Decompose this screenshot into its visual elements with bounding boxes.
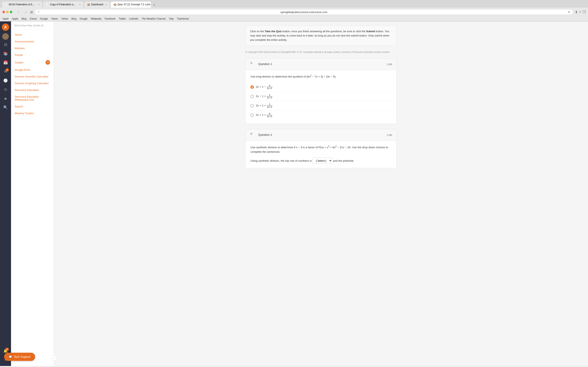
question-2-partial: Using synthetic division, the top row of… — [251, 158, 391, 164]
content-inner: Click on the Take the Quiz button; once … — [241, 21, 401, 177]
choice-text-q1a: 2x + 1 − 83x−5 — [256, 84, 273, 90]
bookmark-yahoo2[interactable]: Yahoo — [61, 17, 68, 20]
close-window-button[interactable] — [2, 11, 5, 13]
notifications-badge: 10 — [6, 348, 9, 351]
bookmark-yahoo1[interactable]: Yahoo — [51, 17, 58, 20]
answer-choice-q1d[interactable]: 2x + 1 + 83x−5 — [251, 110, 391, 120]
question-2-card: ⚑ Question 2 1 pts Use synthetic divisio… — [245, 129, 397, 168]
sidebar-icon-dashboard[interactable]: ⊟ — [1, 41, 9, 49]
bookmark-apple1[interactable]: Apple — [2, 17, 9, 20]
bookmark-facebook[interactable]: Facebook — [105, 17, 116, 20]
tab-label: 08.04 Federalism & Education — [9, 3, 36, 6]
question-2-label: Question 2 — [258, 133, 272, 136]
bookmark-bing1[interactable]: Bing — [21, 17, 26, 20]
radio-q1d[interactable] — [251, 114, 254, 117]
tab-close-venn[interactable]: ✕ — [79, 3, 81, 6]
back-button[interactable]: ‹ — [16, 9, 21, 15]
canvas-sidebar: A ⊟ 📚 📅 ✉ 1 🕐 ⊙ ◈ 🔍 🔔 10 ✦ — [0, 21, 11, 366]
bookmark-weather-channel[interactable]: The Weather Channel — [142, 17, 165, 20]
tab-close-dashboard[interactable]: ✕ — [105, 3, 107, 6]
bookmark-google1[interactable]: Google — [40, 17, 48, 20]
radio-q1b[interactable] — [251, 95, 254, 98]
nav-label-announcements: Announcements — [15, 40, 34, 43]
tab-venn[interactable]: 📄 Copy of Federalism and Education Venn … — [43, 1, 84, 8]
sidebar-icon-inbox[interactable]: ✉ 1 — [1, 67, 9, 76]
question-1-label: Question 1 — [258, 62, 272, 66]
sidebar-icon-search[interactable]: 🔍 — [1, 103, 9, 111]
nav-item-modules[interactable]: Modules — [11, 45, 54, 52]
new-tab-button[interactable]: + — [152, 2, 157, 8]
radio-q1a[interactable] — [251, 85, 254, 89]
nav-label-grades: Grades — [15, 61, 24, 64]
sidebar-icon-calendar[interactable]: 📅 — [1, 58, 9, 67]
windows-button[interactable]: ❐ — [583, 10, 586, 14]
flag-icon-q2[interactable]: ⚑ — [250, 132, 255, 138]
minimize-window-button[interactable] — [6, 11, 9, 13]
bookmark-linkedin[interactable]: LinkedIn — [129, 17, 138, 20]
canvas-logo[interactable]: A — [2, 24, 9, 31]
nav-label-home: Home — [15, 33, 22, 36]
bookmark-google2[interactable]: Google — [80, 17, 87, 20]
address-bar[interactable]: 🛡 springfieldpublicschools.instructure.c… — [35, 9, 573, 15]
tab-close[interactable]: ✕ — [38, 3, 39, 6]
grades-badge: 54 — [45, 60, 50, 65]
flag-icon-q1[interactable]: ⚑ — [250, 61, 255, 67]
bookmark-apple2[interactable]: Apple — [12, 17, 18, 20]
instructions-text: Click on the Take the Quiz button; once … — [250, 30, 389, 42]
reload-button[interactable]: ↻ — [568, 10, 570, 14]
forward-button[interactable]: › — [23, 9, 29, 15]
browser-actions: ⬆ + ❐ — [575, 10, 586, 14]
question-1-header: ⚑ Question 1 1 pts — [246, 58, 396, 70]
nav-item-google-drive[interactable]: Google Drive — [11, 67, 54, 73]
nav-item-discovery-education[interactable]: Discovery Education — [11, 87, 54, 93]
nav-item-discovery-whiteboard[interactable]: Discovery Education Whiteboard Tool — [11, 93, 54, 103]
nav-label-google-drive: Google Drive — [15, 68, 30, 71]
tab-quiz-active[interactable]: 🏫 Quiz: 07.21 Concept 7.2: Let's Practic… — [111, 1, 151, 8]
nav-item-people[interactable]: People — [11, 52, 54, 58]
bookmark-wikipedia[interactable]: Wikipedia — [91, 17, 102, 20]
tab-dashboard[interactable]: 🏫 Dashboard ✕ — [84, 1, 110, 8]
answer-choice-q1a[interactable]: 2x + 1 − 83x−5 — [251, 82, 391, 92]
bookmark-tripadvisor[interactable]: TripAdvisor — [177, 17, 189, 20]
avatar[interactable] — [2, 33, 9, 40]
answer-choice-q1c[interactable]: 2x + 1 + 23x−5 — [251, 101, 391, 110]
collapse-icon: → — [53, 357, 55, 359]
grid-icon[interactable]: ⊞ — [30, 10, 33, 14]
nav-item-announcements[interactable]: Announcements — [11, 38, 54, 45]
collapse-sidebar-button[interactable]: → — [51, 355, 57, 361]
nav-item-search[interactable]: Search — [11, 103, 54, 110]
sidebar-icon-history[interactable]: 🕐 — [1, 76, 9, 85]
q2-partial-text2: and the potential — [333, 159, 354, 162]
nav-item-home[interactable]: Home — [11, 31, 54, 38]
bookmark-icloud[interactable]: iCloud — [30, 17, 36, 20]
tech-support-button[interactable]: 💬 Tech Support — [4, 353, 35, 361]
sidebar-icon-studio[interactable]: ◈ — [1, 94, 9, 103]
nav-item-mastery-tracker[interactable]: Mastery Tracker — [11, 110, 54, 117]
nav-item-desmos-graphing[interactable]: Desmos Graphing Calculator — [11, 80, 54, 87]
nav-label-modules: Modules — [15, 47, 25, 50]
tech-support-icon: 💬 — [9, 355, 12, 359]
nav-item-desmos-scientific[interactable]: Desmos Scientific Calculator — [11, 73, 54, 80]
sidebar-icon-courses[interactable]: 📚 — [1, 50, 9, 58]
nav-label-people: People — [15, 53, 23, 57]
answer-choice-q1b[interactable]: 2x − 1 + 23x−5 — [251, 92, 391, 101]
bookmark-bing2[interactable]: Bing — [71, 17, 76, 20]
bookmark-yelp[interactable]: Yelp — [169, 17, 173, 20]
tab-label-dashboard: Dashboard — [91, 3, 103, 6]
tab-favicon-venn: 📄 — [46, 3, 49, 6]
q2-dropdown[interactable]: [ Select ] — [312, 158, 332, 164]
question-1-pts: 1 pts — [387, 63, 392, 66]
new-tab-icon-button[interactable]: + — [579, 10, 581, 14]
question-2-pts: 1 pts — [387, 133, 392, 136]
sidebar-icon-commons[interactable]: ⊙ — [1, 85, 9, 94]
bookmark-twitter[interactable]: Twitter — [119, 17, 126, 20]
share-button[interactable]: ⬆ — [575, 10, 578, 14]
choice-text-q1b: 2x − 1 + 23x−5 — [256, 94, 273, 99]
radio-q1c[interactable] — [251, 104, 254, 108]
maximize-window-button[interactable] — [10, 11, 12, 13]
nav-item-grades[interactable]: Grades 54 — [11, 58, 54, 67]
shield-icon: 🛡 — [38, 11, 40, 13]
tab-federalism[interactable]: 📄 08.04 Federalism & Education ✕ — [2, 1, 43, 8]
tech-support-label: Tech Support — [14, 355, 31, 359]
window-controls — [2, 11, 12, 13]
